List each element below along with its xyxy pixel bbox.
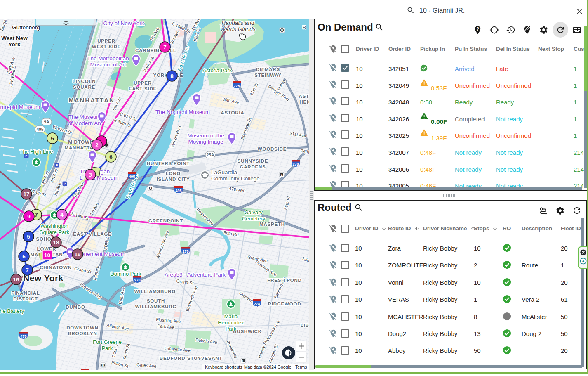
svg-text:LIBER: LIBER xyxy=(301,323,309,328)
svg-text:RIDGEWOOD: RIDGEWOOD xyxy=(268,301,301,306)
svg-text:DITMARS: DITMARS xyxy=(256,67,280,72)
svg-text:Park: Park xyxy=(102,345,113,351)
svg-text:SUNNYSIDE: SUNNYSIDE xyxy=(238,158,268,163)
svg-text:Washington: Washington xyxy=(40,223,68,229)
svg-text:278: 278 xyxy=(182,249,188,253)
svg-text:Community College: Community College xyxy=(211,175,260,182)
svg-text:GREENPOINT: GREENPOINT xyxy=(148,218,183,223)
svg-text:SOUTH: SOUTH xyxy=(147,298,165,303)
svg-text:The Battery: The Battery xyxy=(0,308,24,314)
svg-text:MANHATTAN: MANHATTAN xyxy=(68,97,115,104)
svg-text:City of New York: City of New York xyxy=(103,20,144,26)
svg-text:Map data ©2024 Google: Map data ©2024 Google xyxy=(244,364,292,369)
svg-text:Fort Greene: Fort Greene xyxy=(93,339,122,345)
svg-text:E: E xyxy=(242,359,245,362)
svg-text:e: e xyxy=(582,259,584,263)
svg-text:West New: West New xyxy=(1,35,28,41)
svg-text:UPPER: UPPER xyxy=(134,80,152,85)
svg-text:9A: 9A xyxy=(44,120,49,124)
svg-text:Square Park: Square Park xyxy=(40,229,70,235)
svg-text:5: 5 xyxy=(51,135,54,142)
svg-text:WEST SIDE: WEST SIDE xyxy=(92,44,121,49)
svg-text:Wards Islands: Wards Islands xyxy=(220,26,256,32)
svg-text:EAST VILLAGE: EAST VILLAGE xyxy=(73,232,111,236)
svg-text:STEINWAY: STEINWAY xyxy=(254,73,281,78)
svg-text:LaGuardia: LaGuardia xyxy=(211,169,238,175)
svg-text:7: 7 xyxy=(35,212,38,218)
svg-text:The Museum: The Museum xyxy=(68,114,101,120)
svg-text:5: 5 xyxy=(27,234,30,240)
svg-text:GARDENS: GARDENS xyxy=(240,164,266,169)
svg-text:HEIG: HEIG xyxy=(299,99,309,104)
svg-text:6: 6 xyxy=(109,154,113,160)
svg-text:278: 278 xyxy=(134,278,140,282)
svg-text:BROOKLYN: BROOKLYN xyxy=(68,331,97,336)
svg-text:E: E xyxy=(102,364,104,367)
svg-text:P: P xyxy=(56,163,58,167)
svg-text:7: 7 xyxy=(26,267,29,273)
svg-text:Astoria Park: Astoria Park xyxy=(203,67,232,73)
svg-text:19: 19 xyxy=(74,251,80,258)
svg-text:495: 495 xyxy=(129,175,135,179)
svg-text:495: 495 xyxy=(37,127,44,132)
svg-text:ISLAND CITY: ISLAND CITY xyxy=(157,177,190,182)
svg-text:7: 7 xyxy=(163,44,167,50)
svg-text:9: 9 xyxy=(27,213,31,220)
svg-text:Museum of Art: Museum of Art xyxy=(90,61,126,68)
svg-text:Keyboard shortcuts: Keyboard shortcuts xyxy=(205,364,242,369)
svg-text:BEDFORD-STUYVESANT: BEDFORD-STUYVESANT xyxy=(160,356,222,361)
svg-text:DUMBO: DUMBO xyxy=(66,305,85,310)
svg-text:278: 278 xyxy=(233,84,240,88)
svg-text:25A: 25A xyxy=(207,153,214,157)
svg-text:FINANCIAL: FINANCIAL xyxy=(11,291,40,296)
svg-text:3: 3 xyxy=(89,172,92,178)
svg-text:SOHO: SOHO xyxy=(36,236,51,241)
svg-text:Terms: Terms xyxy=(295,364,307,369)
svg-text:DOWNTOWN: DOWNTOWN xyxy=(66,325,99,330)
svg-text:ASTORIA: ASTORIA xyxy=(221,110,244,115)
svg-text:Park: Park xyxy=(226,326,237,332)
svg-text:WOODSIDE: WOODSIDE xyxy=(258,147,287,151)
svg-text:Hernandez: Hernandez xyxy=(218,319,244,326)
svg-text:278: 278 xyxy=(254,302,260,306)
svg-text:Calvary: Calvary xyxy=(245,209,263,215)
svg-text:MIDTOWN: MIDTOWN xyxy=(68,140,94,144)
svg-text:MASPETH: MASPETH xyxy=(259,222,285,227)
svg-text:478: 478 xyxy=(20,334,26,338)
svg-text:?: ? xyxy=(476,26,479,31)
svg-text:4: 4 xyxy=(60,212,64,218)
svg-text:WILLIAMSBURG: WILLIAMSBURG xyxy=(134,289,176,294)
svg-text:Moving Image: Moving Image xyxy=(188,139,223,145)
svg-text:Area53 - Adventure Park: Area53 - Adventure Park xyxy=(165,272,226,278)
svg-text:Guttenberg: Guttenberg xyxy=(12,24,40,31)
svg-text:Intrepid Museum: Intrepid Museum xyxy=(0,104,40,110)
svg-text:P: P xyxy=(64,182,66,186)
svg-text:Randalls and: Randalls and xyxy=(222,20,254,26)
svg-text:CHINATOWN: CHINATOWN xyxy=(40,265,72,270)
svg-text:WILLIAMSBURG: WILLIAMSBURG xyxy=(135,304,176,309)
svg-text:of Modern Art: of Modern Art xyxy=(68,120,101,126)
svg-text:LINCOLN: LINCOLN xyxy=(73,79,96,84)
svg-text:E: E xyxy=(150,187,152,190)
svg-text:HUNTERS POINT: HUNTERS POINT xyxy=(147,161,190,166)
svg-text:UPPER: UPPER xyxy=(97,38,115,43)
svg-text:FRESH POND: FRESH POND xyxy=(267,278,301,283)
svg-text:The High Line: The High Line xyxy=(20,149,53,155)
svg-text:17: 17 xyxy=(23,191,29,197)
svg-text:2: 2 xyxy=(95,142,99,148)
svg-text:BUSHWICK: BUSHWICK xyxy=(233,329,262,334)
svg-text:278: 278 xyxy=(292,162,299,166)
svg-text:The Metropolitan: The Metropolitan xyxy=(87,55,129,61)
svg-text:495: 495 xyxy=(175,189,181,193)
svg-text:Museum of the: Museum of the xyxy=(187,132,224,139)
svg-text:DISTRICT: DISTRICT xyxy=(13,296,38,301)
svg-text:E: E xyxy=(281,29,283,32)
svg-text:Maria: Maria xyxy=(224,313,238,319)
svg-text:8: 8 xyxy=(170,73,174,79)
svg-text:enement Museum: enement Museum xyxy=(81,251,125,257)
svg-text:EAST SIDE: EAST SIDE xyxy=(129,86,157,91)
svg-text:ASTO: ASTO xyxy=(299,94,309,99)
svg-text:LONG: LONG xyxy=(166,171,181,176)
svg-text:16: 16 xyxy=(13,277,19,283)
svg-text:Cemetery: Cemetery xyxy=(242,215,266,222)
